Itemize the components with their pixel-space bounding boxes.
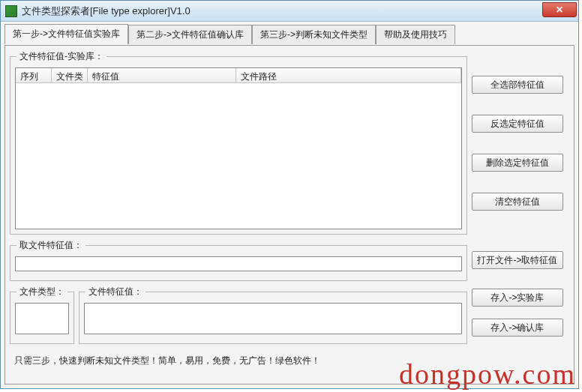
group-file-type: 文件类型： — [10, 286, 74, 344]
open-file-button[interactable]: 打开文件->取特征值 — [472, 251, 563, 269]
select-all-button[interactable]: 全选部特征值 — [472, 76, 563, 94]
client-area: 第一步->文件特征值实验库 第二步->文件特征值确认库 第三步->判断未知文件类… — [1, 22, 578, 388]
save-lib-button[interactable]: 存入->实验库 — [472, 289, 563, 307]
app-window: 文件类型探索者[File type explorer]V1.0 ✕ 第一步->文… — [0, 0, 579, 389]
tabpanel-step1: 文件特征值-实验库： 序列 文件类 特征值 文件路径 — [4, 45, 574, 385]
side-buttons: 全选部特征值 反选定特征值 删除选定特征值 清空特征值 — [472, 50, 569, 235]
group-feature-lib: 文件特征值-实验库： 序列 文件类 特征值 文件路径 — [10, 50, 467, 235]
tab-step1[interactable]: 第一步->文件特征值实验库 — [4, 24, 128, 44]
footer-note: 只需三步，快速判断未知文件类型！简单，易用，免费，无广告！绿色软件！ — [10, 349, 569, 370]
file-type-input[interactable] — [15, 303, 69, 334]
save-buttons: 存入->实验库 存入->确认库 — [472, 286, 569, 344]
feature-table[interactable]: 序列 文件类 特征值 文件路径 — [15, 67, 462, 229]
col-filetype[interactable]: 文件类 — [52, 68, 88, 82]
close-icon: ✕ — [556, 4, 563, 15]
clear-button[interactable]: 清空特征值 — [472, 193, 563, 211]
tab-step2[interactable]: 第二步->文件特征值确认库 — [128, 25, 252, 44]
get-value-input[interactable] — [15, 256, 462, 271]
close-button[interactable]: ✕ — [542, 2, 577, 17]
file-feature-input[interactable] — [84, 303, 462, 334]
app-icon — [5, 5, 17, 17]
col-feature[interactable]: 特征值 — [88, 68, 236, 82]
open-file-side: 打开文件->取特征值 — [472, 239, 569, 281]
titlebar: 文件类型探索者[File type explorer]V1.0 ✕ — [1, 1, 578, 22]
tabstrip: 第一步->文件特征值实验库 第二步->文件特征值确认库 第三步->判断未知文件类… — [4, 25, 574, 43]
group-file-feature: 文件特征值： — [79, 286, 467, 344]
col-index[interactable]: 序列 — [16, 68, 52, 82]
group-get-value: 取文件特征值： — [10, 239, 467, 281]
col-path[interactable]: 文件路径 — [236, 68, 461, 82]
invert-select-button[interactable]: 反选定特征值 — [472, 115, 563, 133]
group-feature-lib-label: 文件特征值-实验库： — [16, 50, 106, 63]
save-confirm-button[interactable]: 存入->确认库 — [472, 319, 563, 337]
group-file-feature-label: 文件特征值： — [86, 286, 146, 298]
group-get-value-label: 取文件特征值： — [16, 239, 86, 252]
tab-step3[interactable]: 第三步->判断未知文件类型 — [252, 25, 376, 44]
delete-selected-button[interactable]: 删除选定特征值 — [472, 154, 563, 172]
tab-help[interactable]: 帮助及使用技巧 — [376, 25, 455, 44]
table-body[interactable] — [16, 83, 461, 229]
group-file-type-label: 文件类型： — [16, 286, 68, 298]
window-title: 文件类型探索者[File type explorer]V1.0 — [22, 4, 190, 18]
table-header: 序列 文件类 特征值 文件路径 — [16, 68, 461, 83]
